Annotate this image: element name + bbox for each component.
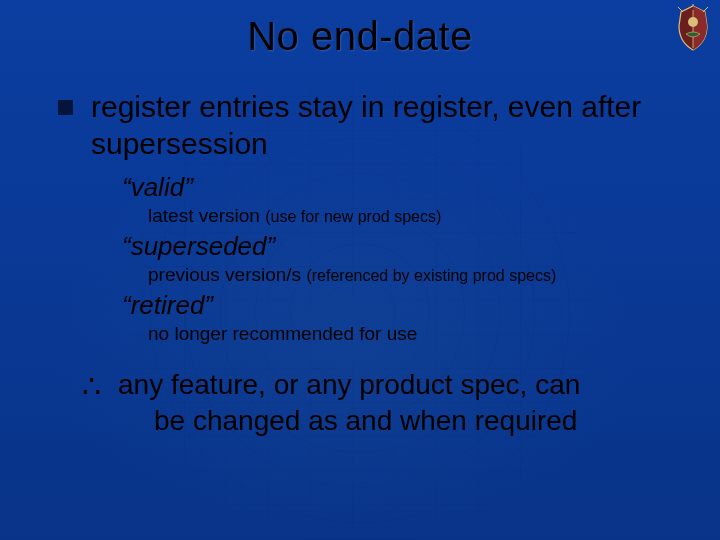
status-label: “valid” [122, 172, 680, 203]
therefore-line2: be changed as and when required [118, 403, 580, 439]
status-desc-text: previous version/s [148, 264, 306, 285]
status-desc: previous version/s (referenced by existi… [148, 264, 680, 286]
status-desc-paren: (referenced by existing prod specs) [306, 267, 556, 284]
bullet-square-icon [58, 100, 73, 115]
therefore-line1: any feature, or any product spec, can [118, 369, 580, 400]
status-desc-text: latest version [148, 205, 265, 226]
status-desc-paren: (use for new prod specs) [265, 208, 441, 225]
status-desc-text: no longer recommended for use [148, 323, 417, 344]
status-desc: latest version (use for new prod specs) [148, 205, 680, 227]
status-list: “valid” latest version (use for new prod… [122, 172, 680, 345]
therefore-row: ∴ any feature, or any product spec, can … [82, 367, 680, 439]
status-label: “retired” [122, 290, 680, 321]
status-desc: no longer recommended for use [148, 323, 680, 345]
status-label: “superseded” [122, 231, 680, 262]
slide: No end-date register entries stay in reg… [0, 0, 720, 540]
main-bullet-row: register entries stay in register, even … [58, 89, 680, 162]
slide-title: No end-date [40, 14, 680, 59]
therefore-icon: ∴ [82, 371, 102, 401]
main-bullet-text: register entries stay in register, even … [91, 89, 680, 162]
therefore-text: any feature, or any product spec, can be… [118, 367, 580, 439]
